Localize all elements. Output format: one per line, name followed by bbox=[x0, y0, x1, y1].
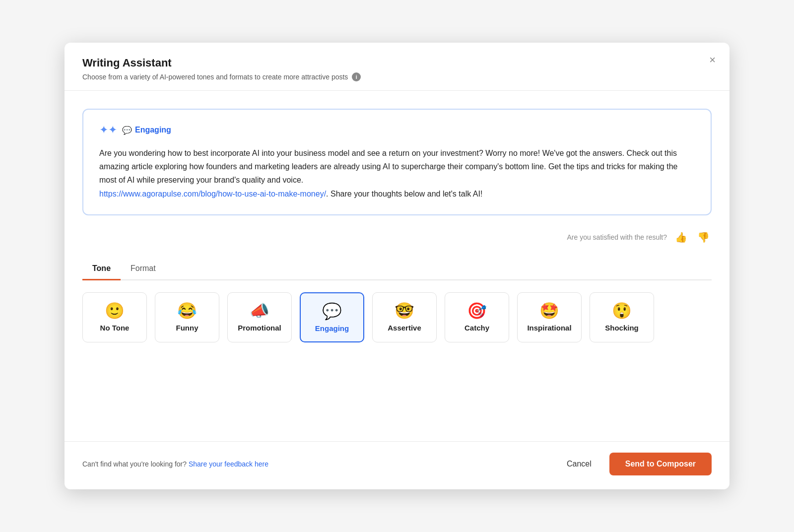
tabs-row: Tone Format bbox=[82, 259, 712, 280]
send-to-composer-button[interactable]: Send to Composer bbox=[609, 453, 712, 475]
tone-emoji-promotional: 📣 bbox=[250, 303, 269, 319]
tone-emoji-catchy: 🎯 bbox=[467, 303, 487, 319]
content-card: ✦✦ 💬 Engaging Are you wondering how to b… bbox=[82, 109, 712, 215]
body-text-1: Are you wondering how to best incorporat… bbox=[99, 149, 677, 184]
body-text-2: . Share your thoughts below and let's ta… bbox=[326, 190, 482, 198]
tone-label-funny: Funny bbox=[176, 324, 198, 332]
modal-title: Writing Assistant bbox=[82, 57, 712, 69]
modal-subtitle: Choose from a variety of AI-powered tone… bbox=[82, 72, 712, 81]
tone-card-promotional[interactable]: 📣 Promotional bbox=[227, 292, 292, 342]
magic-wand-icon: ✦✦ bbox=[99, 124, 117, 136]
tone-emoji-inspirational: 🤩 bbox=[539, 303, 559, 319]
tone-emoji-engaging: 💬 bbox=[322, 303, 342, 319]
footer-left: Can't find what you're looking for? Shar… bbox=[82, 460, 268, 468]
tone-label-catchy: Catchy bbox=[464, 324, 489, 332]
tone-emoji-no-tone: 🙂 bbox=[105, 303, 125, 319]
close-button[interactable]: × bbox=[709, 55, 716, 66]
tone-label-inspirational: Inspirational bbox=[527, 324, 571, 332]
tone-emoji-funny: 😂 bbox=[177, 303, 197, 319]
thumbs-down-button[interactable]: 👎 bbox=[695, 229, 712, 245]
tone-label-assertive: Assertive bbox=[388, 324, 421, 332]
badge-label: Engaging bbox=[135, 126, 171, 134]
tone-label-no-tone: No Tone bbox=[100, 324, 130, 332]
tone-card-inspirational[interactable]: 🤩 Inspirational bbox=[517, 292, 582, 342]
info-icon[interactable]: i bbox=[352, 72, 361, 81]
tone-label-engaging: Engaging bbox=[315, 324, 349, 332]
modal-header: Writing Assistant Choose from a variety … bbox=[65, 43, 729, 91]
tab-format[interactable]: Format bbox=[121, 259, 166, 280]
tone-card-funny[interactable]: 😂 Funny bbox=[155, 292, 219, 342]
satisfaction-row: Are you satisfied with the result? 👍 👎 bbox=[82, 229, 712, 245]
satisfaction-label: Are you satisfied with the result? bbox=[567, 233, 667, 241]
tone-label-promotional: Promotional bbox=[238, 324, 281, 332]
tone-emoji-assertive: 🤓 bbox=[395, 303, 414, 319]
content-body: Are you wondering how to best incorporat… bbox=[99, 146, 695, 200]
tone-card-catchy[interactable]: 🎯 Catchy bbox=[445, 292, 509, 342]
subtitle-text: Choose from a variety of AI-powered tone… bbox=[82, 73, 348, 81]
thumbs-up-button[interactable]: 👍 bbox=[673, 229, 689, 245]
modal-body: ✦✦ 💬 Engaging Are you wondering how to b… bbox=[65, 91, 729, 441]
content-link[interactable]: https://www.agorapulse.com/blog/how-to-u… bbox=[99, 190, 326, 198]
cancel-button[interactable]: Cancel bbox=[559, 455, 599, 473]
modal-footer: Can't find what you're looking for? Shar… bbox=[65, 441, 729, 489]
tone-emoji-shocking: 😲 bbox=[612, 303, 632, 319]
tone-label-shocking: Shocking bbox=[605, 324, 639, 332]
engaging-badge: 💬 Engaging bbox=[122, 126, 171, 135]
tone-card-assertive[interactable]: 🤓 Assertive bbox=[372, 292, 437, 342]
writing-assistant-modal: Writing Assistant Choose from a variety … bbox=[65, 43, 729, 489]
tone-card-shocking[interactable]: 😲 Shocking bbox=[590, 292, 654, 342]
tab-tone[interactable]: Tone bbox=[82, 259, 121, 280]
tone-card-no-tone[interactable]: 🙂 No Tone bbox=[82, 292, 147, 342]
cant-find-text: Can't find what you're looking for? bbox=[82, 460, 187, 468]
card-header: ✦✦ 💬 Engaging bbox=[99, 124, 695, 136]
badge-emoji: 💬 bbox=[122, 126, 132, 135]
tone-card-engaging[interactable]: 💬 Engaging bbox=[300, 292, 364, 342]
feedback-link[interactable]: Share your feedback here bbox=[189, 460, 268, 468]
tone-grid: 🙂 No Tone 😂 Funny 📣 Promotional 💬 Engagi… bbox=[82, 292, 712, 342]
footer-right: Cancel Send to Composer bbox=[559, 453, 712, 475]
